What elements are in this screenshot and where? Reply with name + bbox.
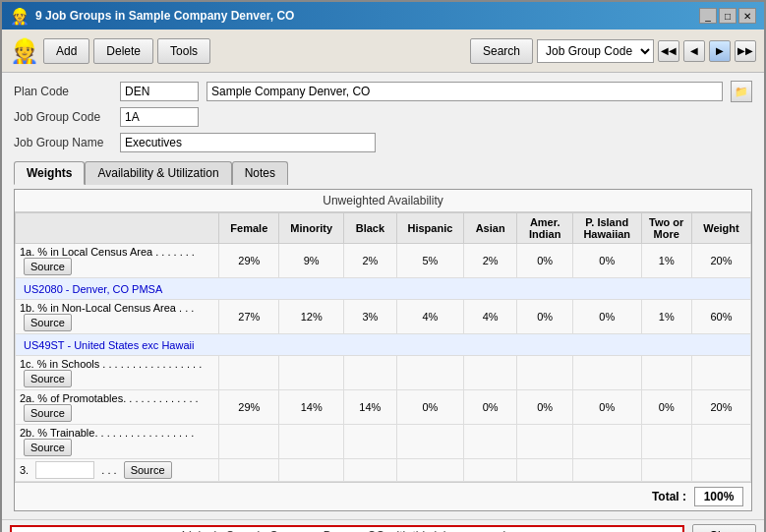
- cell-2a-minority[interactable]: [279, 390, 343, 425]
- cell-1a-black[interactable]: [343, 244, 396, 278]
- search-button[interactable]: Search: [470, 38, 533, 64]
- cell-2b-american-indian[interactable]: [517, 425, 573, 459]
- cell-1c-black[interactable]: [343, 356, 396, 390]
- cell-1b-female[interactable]: [219, 300, 279, 334]
- cell-2b-black[interactable]: [343, 425, 396, 459]
- content-area: Plan Code 📁 Job Group Code Job Group Nam…: [2, 73, 764, 519]
- nav-last-button[interactable]: ▶▶: [735, 40, 756, 62]
- table-row: 2b. % Trainable. . . . . . . . . . . . .…: [16, 425, 751, 459]
- cell-1b-p-island[interactable]: [572, 300, 641, 334]
- cell-3-weight[interactable]: [691, 459, 750, 482]
- cell-2a-p-island[interactable]: [572, 390, 641, 425]
- titlebar-controls: _ □ ✕: [699, 8, 756, 24]
- cell-2b-two-or-more[interactable]: [641, 425, 691, 459]
- cell-3-american-indian[interactable]: [517, 459, 573, 482]
- cell-1b-weight[interactable]: [691, 300, 750, 334]
- add-button[interactable]: Add: [43, 38, 89, 64]
- cell-1c-p-island[interactable]: [572, 356, 641, 390]
- section-header: Unweighted Availability: [15, 190, 751, 212]
- tab-weights[interactable]: Weights: [14, 161, 85, 185]
- cell-1a-asian[interactable]: [463, 244, 516, 278]
- cell-1a-minority[interactable]: [279, 244, 343, 278]
- cell-2a-hispanic[interactable]: [396, 390, 463, 425]
- cell-1c-female[interactable]: [219, 356, 279, 390]
- tab-content: Unweighted Availability Female Minority …: [14, 189, 752, 511]
- job-group-code-input[interactable]: [120, 107, 199, 127]
- nav-prev-button[interactable]: ◀: [683, 40, 705, 62]
- cell-1b-minority[interactable]: [279, 300, 343, 334]
- job-group-name-row: Job Group Name: [14, 132, 752, 153]
- cell-2b-female[interactable]: [219, 425, 279, 459]
- cell-1a-weight[interactable]: [691, 244, 750, 278]
- cell-2a-asian[interactable]: [463, 390, 516, 425]
- source-button-1c[interactable]: Source: [24, 370, 72, 387]
- cell-1c-asian[interactable]: [463, 356, 516, 390]
- source-button-3[interactable]: Source: [124, 461, 172, 479]
- cell-3-hispanic[interactable]: [396, 459, 463, 482]
- cell-1c-minority[interactable]: [279, 356, 343, 390]
- folder-button[interactable]: 📁: [731, 81, 752, 102]
- plan-code-input[interactable]: [120, 82, 199, 101]
- cell-2a-american-indian[interactable]: [517, 390, 573, 425]
- cell-3-female[interactable]: [219, 459, 279, 482]
- tab-bar: Weights Availability & Utilization Notes: [14, 161, 752, 185]
- cell-1a-hispanic[interactable]: [396, 244, 463, 278]
- cell-1a-two-or-more[interactable]: [641, 244, 691, 278]
- cell-3-p-island[interactable]: [572, 459, 641, 482]
- source-button-2a[interactable]: Source: [24, 404, 72, 422]
- row-3-custom-input[interactable]: [35, 461, 94, 479]
- company-name-input[interactable]: [206, 82, 723, 101]
- delete-button[interactable]: Delete: [93, 38, 153, 64]
- cell-2b-weight[interactable]: [691, 425, 750, 459]
- maximize-button[interactable]: □: [719, 8, 737, 24]
- tab-notes[interactable]: Notes: [232, 161, 288, 185]
- source-button-1a[interactable]: Source: [24, 258, 72, 275]
- cell-1c-hispanic[interactable]: [396, 356, 463, 390]
- cell-1b-hispanic[interactable]: [396, 300, 463, 334]
- minimize-button[interactable]: _: [699, 8, 717, 24]
- cell-2a-black[interactable]: [343, 390, 396, 425]
- source-button-1b[interactable]: Source: [24, 314, 72, 331]
- cell-1b-american-indian[interactable]: [517, 300, 573, 334]
- cell-3-two-or-more[interactable]: [641, 459, 691, 482]
- cell-2b-p-island[interactable]: [572, 425, 641, 459]
- plan-code-label: Plan Code: [14, 85, 112, 98]
- tools-button[interactable]: Tools: [157, 38, 210, 64]
- cell-1b-asian[interactable]: [463, 300, 516, 334]
- col-header-weight: Weight: [691, 213, 750, 244]
- job-group-code-row: Job Group Code: [14, 106, 752, 128]
- col-header-hispanic: Hispanic: [396, 213, 463, 244]
- cell-1a-american-indian[interactable]: [517, 244, 573, 278]
- close-window-button[interactable]: ✕: [738, 8, 756, 24]
- cell-1a-female[interactable]: [219, 244, 279, 278]
- cell-2b-hispanic[interactable]: [396, 425, 463, 459]
- nav-first-button[interactable]: ◀◀: [658, 40, 679, 62]
- source-button-2b[interactable]: Source: [24, 439, 72, 456]
- col-header-two-or-more: Two or More: [641, 213, 691, 244]
- cell-1c-two-or-more[interactable]: [641, 356, 691, 390]
- tab-availability-utilization[interactable]: Availability & Utilization: [85, 161, 231, 185]
- cell-3-minority[interactable]: [279, 459, 343, 482]
- cell-2a-two-or-more[interactable]: [641, 390, 691, 425]
- cell-1b-black[interactable]: [343, 300, 396, 334]
- cell-2b-minority[interactable]: [279, 425, 343, 459]
- total-row: Total : 100%: [15, 482, 751, 510]
- cell-1b-two-or-more[interactable]: [641, 300, 691, 334]
- subrow-1b-text: US49ST - United States exc Hawaii: [16, 334, 751, 356]
- cell-1c-american-indian[interactable]: [517, 356, 573, 390]
- job-group-name-input[interactable]: [120, 133, 376, 152]
- cell-2a-weight[interactable]: [691, 390, 750, 425]
- status-message: 4 jobs in Sample Company Denver, CO with…: [10, 525, 684, 533]
- cell-3-asian[interactable]: [463, 459, 516, 482]
- cell-2b-asian[interactable]: [463, 425, 516, 459]
- col-header-p-island: P. Island Hawaiian: [572, 213, 641, 244]
- cell-2a-female[interactable]: [219, 390, 279, 425]
- search-dropdown[interactable]: Job Group Code Plan Code Name: [537, 39, 654, 63]
- nav-next-button[interactable]: ▶: [709, 40, 731, 62]
- close-button[interactable]: Close: [692, 524, 756, 533]
- cell-1a-p-island[interactable]: [572, 244, 641, 278]
- cell-3-black[interactable]: [343, 459, 396, 482]
- titlebar-icon: 👷: [10, 7, 29, 26]
- app-logo: 👷: [10, 37, 39, 65]
- cell-1c-weight[interactable]: [691, 356, 750, 390]
